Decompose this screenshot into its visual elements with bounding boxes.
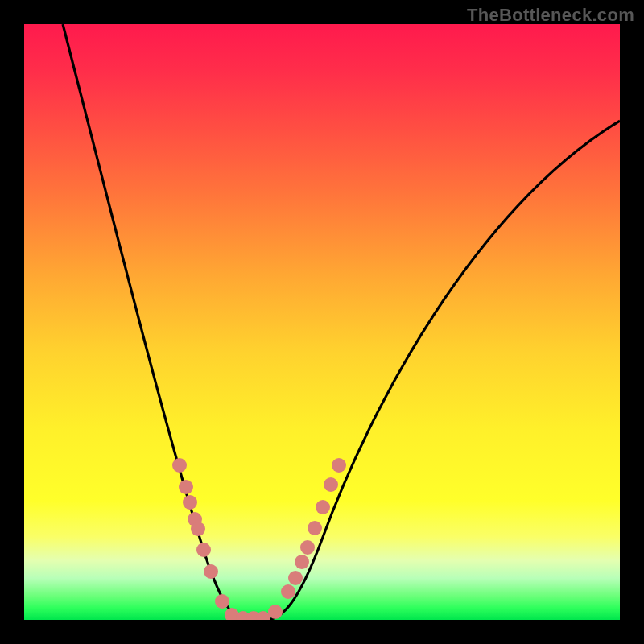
data-point (215, 594, 229, 609)
data-markers (172, 458, 346, 620)
data-point (316, 500, 330, 514)
data-point (183, 495, 197, 510)
data-point (281, 584, 295, 599)
data-point (191, 522, 205, 536)
data-point (308, 521, 322, 535)
data-point (268, 605, 283, 619)
data-point (295, 555, 309, 569)
data-point (324, 477, 338, 492)
data-point (196, 543, 211, 557)
data-point (204, 564, 218, 579)
bottleneck-curve (63, 24, 620, 620)
chart-container: TheBottleneck.com (0, 0, 644, 644)
data-point (300, 540, 315, 555)
plot-svg (24, 24, 620, 620)
data-point (332, 458, 346, 473)
data-point (179, 480, 193, 494)
data-point (172, 458, 187, 473)
watermark-text: TheBottleneck.com (467, 5, 634, 26)
plot-area (24, 24, 620, 620)
data-point (288, 571, 303, 585)
